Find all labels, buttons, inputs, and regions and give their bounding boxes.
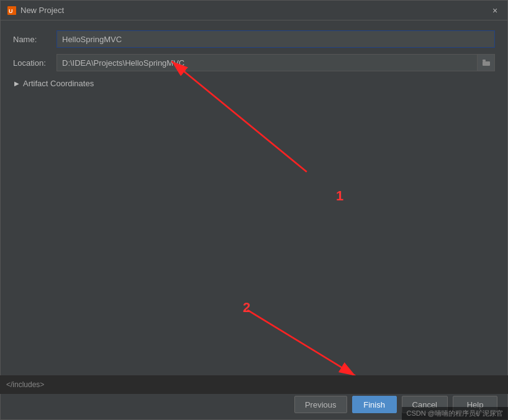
annotation-label-1: 1 xyxy=(336,188,343,204)
svg-rect-3 xyxy=(483,60,486,61)
editor-bottom: </includes> xyxy=(0,375,508,394)
location-label: Location: xyxy=(13,58,57,68)
dialog-title: New Project xyxy=(20,6,64,15)
annotation-label-2: 2 xyxy=(243,300,250,316)
artifact-coordinates-row[interactable]: ▶ Artifact Coordinates xyxy=(13,78,495,89)
new-project-dialog: U New Project × Name: Location: xyxy=(0,0,508,420)
arrows-overlay xyxy=(1,20,507,389)
title-bar-left: U New Project xyxy=(7,6,64,16)
finish-button[interactable]: Finish xyxy=(352,396,397,413)
dialog-content: Name: Location: ▶ Artifact Coordinates xyxy=(1,20,507,389)
location-row: Location: xyxy=(13,54,495,71)
svg-line-6 xyxy=(247,310,355,376)
name-row: Name: xyxy=(13,30,495,48)
title-bar: U New Project × xyxy=(1,1,507,20)
svg-rect-2 xyxy=(483,61,490,66)
svg-text:U: U xyxy=(9,8,13,14)
close-button[interactable]: × xyxy=(489,4,501,17)
previous-button[interactable]: Previous xyxy=(294,396,347,413)
watermark: CSDN @喃喃的程序员矿泥尿官 xyxy=(402,407,508,420)
browse-button[interactable] xyxy=(478,54,495,71)
name-input[interactable] xyxy=(57,30,495,48)
name-label: Name: xyxy=(13,35,57,44)
name-input-wrapper xyxy=(57,30,495,48)
artifact-label: Artifact Coordinates xyxy=(23,79,94,88)
expand-icon: ▶ xyxy=(13,80,20,87)
editor-code: </includes> xyxy=(6,380,44,389)
location-input[interactable] xyxy=(57,54,478,71)
location-input-wrapper xyxy=(57,54,495,71)
intellij-icon: U xyxy=(7,6,17,16)
